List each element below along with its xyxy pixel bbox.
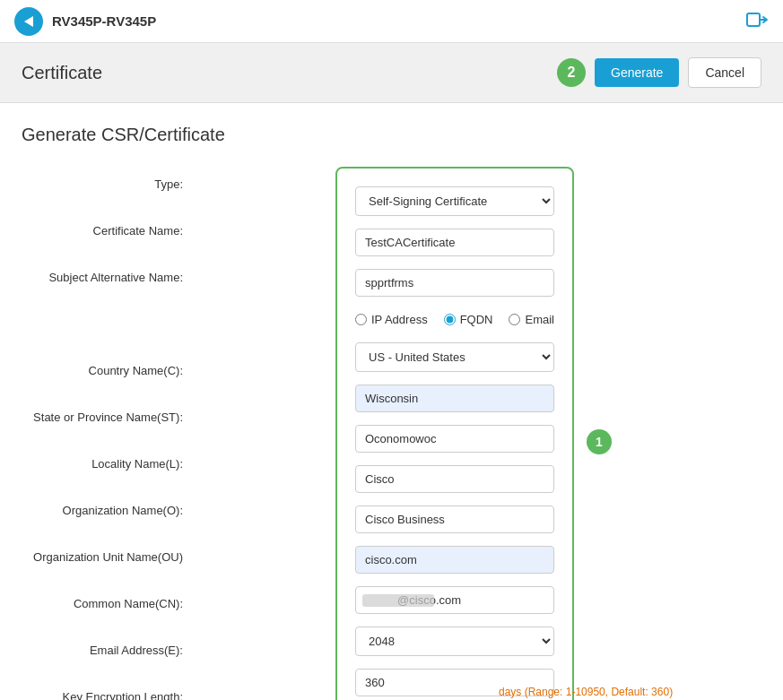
device-name: RV345P-RV345P (52, 13, 156, 29)
radio-ip-text: IP Address (371, 313, 428, 326)
state-input[interactable] (355, 385, 554, 412)
generate-button[interactable]: Generate (595, 58, 679, 87)
valid-dur-hint-wrapper: days (Range: 1-10950, Default: 360) (490, 686, 673, 698)
svg-rect-1 (747, 13, 760, 26)
common-name-input[interactable] (355, 546, 554, 574)
subject-alt-input[interactable] (355, 269, 554, 297)
cert-name-input[interactable] (355, 229, 554, 256)
step-badge-2: 2 (557, 58, 586, 87)
radio-ip[interactable] (355, 314, 367, 325)
header-actions: 2 Generate Cancel (557, 57, 761, 88)
state-label: State or Province Name(ST): (33, 410, 183, 424)
subject-alt-label: Subject Alternative Name: (48, 271, 183, 284)
radio-row: IP Address FQDN Email (355, 309, 554, 330)
radio-email-label[interactable]: Email (509, 313, 554, 326)
common-label: Common Name(CN): (74, 597, 183, 610)
org-input[interactable] (355, 465, 554, 493)
org-unit-row (355, 506, 554, 533)
email-blur (362, 594, 434, 607)
radio-email-text: Email (525, 313, 554, 326)
country-row: US - United States CA - Canada GB - Unit… (355, 342, 554, 372)
country-select[interactable]: US - United States CA - Canada GB - Unit… (355, 342, 554, 372)
key-enc-label: Key Encryption Length: (63, 690, 183, 701)
locality-label: Locality Name(L): (91, 457, 183, 471)
cert-name-row (355, 229, 554, 256)
subject-alt-row (355, 269, 554, 297)
org-unit-input[interactable] (355, 506, 554, 533)
app-logo (14, 7, 43, 36)
valid-dur-hint: days (Range: 1-10950, Default: 360) (499, 686, 673, 698)
radio-fqdn-text: FQDN (460, 313, 493, 326)
email-row (355, 586, 554, 614)
section-title: Generate CSR/Certificate (22, 125, 761, 145)
labels-column: Type: Certificate Name: Subject Alternat… (17, 167, 183, 700)
org-row (355, 465, 554, 493)
email-wrapper (355, 586, 554, 614)
step-badge-1: 1 (587, 429, 612, 454)
logout-button[interactable] (745, 8, 769, 34)
page-title: Certificate (22, 63, 102, 83)
locality-input[interactable] (355, 425, 554, 453)
radio-fqdn-label[interactable]: FQDN (444, 313, 493, 326)
type-row: Self-Signing Certificate CSR CA Certific… (355, 186, 554, 216)
form-panel: 1 Self-Signing Certificate CSR CA Certif… (335, 167, 574, 700)
navbar-left: RV345P-RV345P (14, 7, 156, 36)
navbar: RV345P-RV345P (0, 0, 783, 43)
radio-email[interactable] (509, 314, 520, 325)
common-name-row (355, 546, 554, 574)
type-select[interactable]: Self-Signing Certificate CSR CA Certific… (355, 186, 554, 216)
radio-fqdn[interactable] (444, 314, 456, 325)
cert-name-label: Certificate Name: (93, 224, 183, 238)
page-header: Certificate 2 Generate Cancel (0, 43, 783, 103)
main-content: Generate CSR/Certificate 1 Self-Signing … (0, 103, 783, 700)
org-unit-label: Organization Unit Name(OU) (33, 550, 183, 564)
svg-marker-0 (24, 16, 33, 27)
key-enc-select[interactable]: 1024 2048 4096 (355, 627, 554, 656)
locality-row (355, 425, 554, 453)
country-label: Country Name(C): (89, 364, 183, 377)
cancel-button[interactable]: Cancel (688, 57, 761, 88)
type-label: Type: (154, 177, 183, 191)
email-label: Email Address(E): (90, 644, 183, 657)
radio-ip-label[interactable]: IP Address (355, 313, 428, 326)
state-row (355, 385, 554, 412)
org-label: Organization Name(O): (63, 504, 183, 517)
key-enc-row: 1024 2048 4096 (355, 627, 554, 656)
